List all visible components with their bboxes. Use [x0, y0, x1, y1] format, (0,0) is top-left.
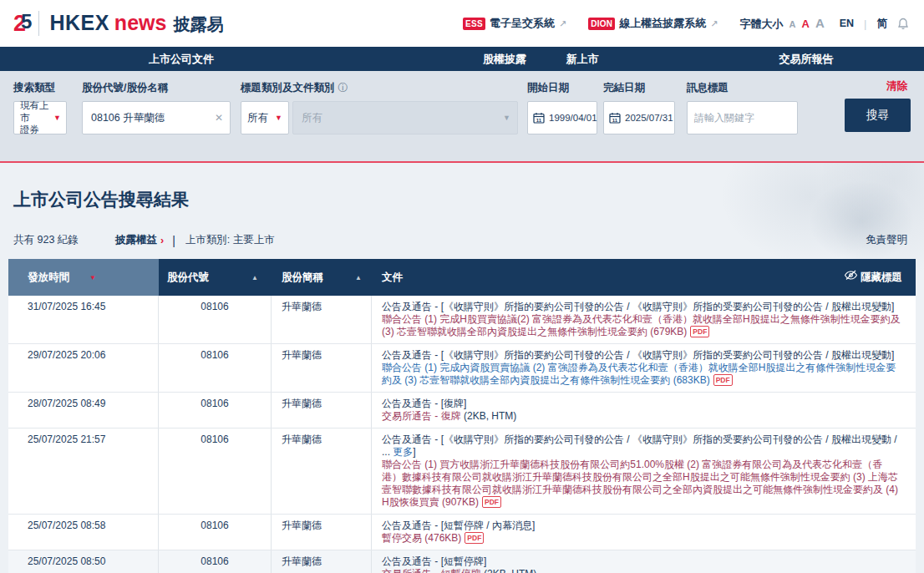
search-type-group: 搜索類型 現有上市 證券 ▼: [13, 81, 67, 134]
more-categories-link[interactable]: 更多: [393, 446, 413, 458]
language-en-link[interactable]: EN: [840, 18, 854, 29]
pdf-icon[interactable]: PDF: [465, 532, 484, 544]
disclaimer-link[interactable]: 免責聲明: [866, 233, 907, 247]
end-date-label: 完結日期: [603, 81, 675, 95]
record-count: 共有 923 紀錄: [13, 233, 115, 247]
language-simplified-link[interactable]: 简: [877, 17, 888, 31]
start-date-group: 開始日期 11 1999/04/01: [527, 81, 597, 134]
hkexnews-page: 25 HKEX news 披露易 ESS 電子呈交系統 ↗ DION 線上權益披…: [0, 0, 924, 573]
column-header-release-time[interactable]: 發放時間 ▼: [8, 259, 159, 296]
calendar-icon: 11: [533, 112, 545, 124]
nav-listed-company-documents[interactable]: 上市公司文件: [149, 47, 214, 71]
table-row: 29/07/2025 20:06 08106 升華蘭德 公告及通告 - [《收購…: [8, 344, 916, 393]
search-filter-panel: 搜索類型 現有上市 證券 ▼ 股份代號/股份名稱 08106 升華蘭德 ✕ 標題…: [0, 71, 924, 163]
meta-divider: |: [172, 234, 175, 247]
notification-bell-icon[interactable]: [897, 18, 909, 30]
cell-release-time: 28/07/2025 08:49: [8, 393, 159, 428]
hide-headlines-toggle[interactable]: 隱藏標題: [844, 270, 916, 285]
info-icon[interactable]: ⓘ: [338, 81, 348, 95]
document-label: 文件: [382, 271, 403, 285]
document-category: 公告及通告 - [短暫停牌 / 內幕消息]: [382, 520, 902, 532]
sort-ascending-icon[interactable]: ▲: [251, 274, 258, 281]
pdf-icon[interactable]: PDF: [713, 374, 733, 386]
file-size-text: (2KB, HTM): [481, 568, 537, 573]
brand-hkex: HKEX: [49, 11, 109, 35]
sort-ascending-icon[interactable]: ▲: [355, 274, 362, 281]
nav-new-listings[interactable]: 新上市: [566, 47, 599, 71]
chevron-down-icon: ▼: [53, 114, 61, 122]
stock-code-value: 08106 升華蘭德: [91, 111, 165, 125]
cell-document: 公告及通告 - [《收購守則》所指的要約公司刊發的公告 / 《收購守則》所指的受…: [372, 344, 916, 392]
top-header: 25 HKEX news 披露易 ESS 電子呈交系統 ↗ DION 線上權益披…: [0, 0, 924, 47]
cell-stock-name: 升華蘭德: [272, 428, 372, 514]
header-utility-links: ESS 電子呈交系統 ↗ DION 線上權益披露系統 ↗ 字體大小 A A A …: [463, 16, 909, 32]
headline-category-label: 標題類別及文件類別: [241, 81, 335, 95]
search-button[interactable]: 搜尋: [845, 99, 911, 132]
clear-filters-link[interactable]: 清除: [886, 79, 907, 94]
document-link[interactable]: 暫停交易 (476KB): [382, 532, 461, 544]
nav-shareholding-disclosures[interactable]: 股權披露: [483, 47, 526, 71]
table-row: 25/07/2025 08:50 08106 升華蘭德 公告及通告 - [短暫停…: [8, 550, 916, 573]
cell-document: 公告及通告 - [短暫停牌] 交易所通告 - 短暫停牌 (2KB, HTM): [372, 550, 916, 573]
main-nav: 上市公司文件 股權披露 新上市 交易所報告: [0, 47, 924, 71]
eye-off-icon: [844, 270, 858, 281]
sort-descending-icon[interactable]: ▼: [89, 274, 96, 281]
file-size-text: (2KB, HTM): [461, 410, 517, 422]
stock-code-input[interactable]: 08106 升華蘭德 ✕: [82, 101, 231, 134]
cell-release-time: 29/07/2025 20:06: [8, 344, 159, 392]
keyword-input[interactable]: 請輸入關鍵字: [687, 101, 798, 134]
font-size-small-button[interactable]: A: [789, 19, 796, 29]
cell-document: 公告及通告 - [《收購守則》所指的要約公司刊發的公告 / 《收購守則》所指的受…: [372, 296, 916, 343]
font-size-medium-button[interactable]: A: [802, 18, 810, 30]
chevron-right-icon: ›: [160, 235, 164, 246]
disclosure-of-interests-link[interactable]: 披露權益: [115, 233, 157, 247]
document-category: 公告及通告 - [《收購守則》所指的要約公司刊發的公告 / 《收購守則》所指的受…: [382, 434, 902, 459]
hkexnews-logo[interactable]: HKEX news 披露易: [49, 11, 223, 36]
document-link[interactable]: 聯合公告 (1) 完成H股買賣協議(2) 富強證券為及代表芯化和壹（香港）就收購…: [382, 313, 901, 337]
font-size-label: 字體大小: [740, 17, 784, 32]
ess-link[interactable]: ESS 電子呈交系統 ↗: [463, 16, 566, 31]
column-header-stock-name[interactable]: 股份簡稱 ▲: [272, 259, 372, 296]
table-row: 25/07/2025 21:57 08106 升華蘭德 公告及通告 - [《收購…: [8, 428, 916, 515]
column-header-stock-code[interactable]: 股份代號 ▲: [159, 259, 272, 296]
cell-stock-name: 升華蘭德: [272, 515, 372, 550]
start-date-value: 1999/04/01: [549, 113, 597, 123]
cell-release-time: 25/07/2025 08:58: [8, 515, 159, 550]
keyword-label: 訊息標題: [687, 81, 798, 95]
search-type-select[interactable]: 現有上市 證券 ▼: [13, 101, 67, 134]
cell-stock-code: 08106: [159, 550, 272, 573]
stock-name-label: 股份簡稱: [282, 271, 323, 285]
document-type-select-disabled: 所有 ▼: [292, 101, 518, 134]
nav-exchange-reports[interactable]: 交易所報告: [779, 47, 834, 71]
end-date-input[interactable]: 11 2025/07/31: [603, 101, 675, 134]
listing-type-label: 上市類別: 主要上市: [185, 233, 275, 247]
column-header-document: 文件 隱藏標題: [372, 259, 916, 296]
cell-stock-code: 08106: [159, 428, 272, 514]
document-link[interactable]: 交易所通告 - 復牌: [382, 410, 461, 422]
font-size-control: 字體大小 A A A: [740, 16, 825, 32]
results-table: 發放時間 ▼ 股份代號 ▲ 股份簡稱 ▲ 文件 隱藏標題: [8, 259, 916, 573]
document-category: 公告及通告 - [《收購守則》所指的要約公司刊發的公告 / 《收購守則》所指的受…: [382, 301, 902, 313]
pdf-icon[interactable]: PDF: [482, 496, 501, 508]
search-type-value: 現有上市 證券: [20, 99, 53, 135]
start-date-label: 開始日期: [527, 81, 597, 95]
cell-stock-name: 升華蘭德: [272, 296, 372, 343]
document-link[interactable]: 聯合公告 (1) 完成內資股買賣協議 (2) 富強證券為及代表芯化和壹（香港）就…: [382, 362, 896, 386]
document-link[interactable]: 聯合公告 (1) 買方收購浙江升華蘭德科技股份有限公司約51.00%股權 (2)…: [382, 459, 898, 508]
headline-type-value: 所有: [247, 111, 268, 125]
clear-input-icon[interactable]: ✕: [215, 112, 223, 124]
document-category: 公告及通告 - [短暫停牌]: [382, 555, 902, 568]
cell-release-time: 25/07/2025 08:50: [8, 550, 159, 573]
svg-text:11: 11: [612, 118, 618, 123]
dion-link[interactable]: DION 線上權益披露系統 ↗: [588, 16, 718, 31]
ess-badge: ESS: [463, 18, 485, 30]
headline-type-select[interactable]: 所有 ▼: [241, 101, 289, 134]
headline-category-group: 標題類別及文件類別 ⓘ 所有 ▼ 所有 ▼: [241, 81, 518, 134]
font-size-large-button[interactable]: A: [815, 16, 825, 30]
document-link[interactable]: 交易所通告 - 短暫停牌: [382, 568, 481, 573]
cell-stock-code: 08106: [159, 393, 272, 428]
anniversary-digit-5: 5: [21, 10, 30, 33]
pdf-icon[interactable]: PDF: [690, 326, 709, 337]
start-date-input[interactable]: 11 1999/04/01: [527, 101, 597, 134]
cell-document: 公告及通告 - [短暫停牌 / 內幕消息] 暫停交易 (476KB)PDF: [372, 515, 916, 550]
